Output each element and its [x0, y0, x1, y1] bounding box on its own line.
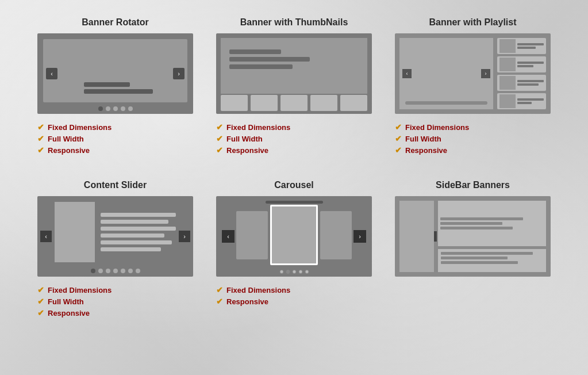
card-banner-playlist: Banner with Playlist ‹ › — [386, 12, 559, 163]
feature-item: ✔Full Width — [37, 134, 112, 143]
thumb-4[interactable] — [310, 95, 337, 111]
features-banner-rotator: ✔Fixed Dimensions ✔Full Width ✔Responsiv… — [37, 123, 112, 157]
pl-thumb — [499, 39, 516, 53]
features-banner-thumbs: ✔Fixed Dimensions ✔Full Width ✔Responsiv… — [216, 123, 290, 157]
pl-line-2 — [517, 47, 536, 49]
check-icon: ✔ — [395, 146, 402, 155]
playlist-item-2[interactable] — [497, 56, 546, 72]
text-line-2 — [84, 89, 153, 94]
playlist-item-1[interactable] — [497, 38, 546, 54]
dot-1[interactable] — [98, 106, 103, 111]
card-title-sidebar-banners: SideBar Banners — [395, 180, 551, 190]
playlist-panel — [497, 38, 546, 109]
dot-3[interactable] — [106, 269, 110, 273]
feature-item: ✔Responsive — [216, 146, 290, 155]
c-dot-5[interactable] — [305, 270, 309, 274]
c-dot-1[interactable] — [279, 270, 283, 274]
playlist-item-4[interactable] — [497, 93, 546, 109]
sb-line-1 — [440, 217, 523, 220]
feature-item: ✔Responsive — [37, 308, 112, 317]
sidebar-left-column — [399, 201, 434, 272]
text-lines — [229, 49, 310, 69]
mockup-content-slider: ‹ › — [37, 196, 193, 277]
sidebar-right-column — [438, 201, 546, 272]
mockup-carousel: ‹ › — [216, 196, 372, 277]
check-icon: ✔ — [37, 146, 44, 155]
dot-2[interactable] — [98, 269, 103, 273]
check-icon: ✔ — [37, 308, 44, 317]
dot-5[interactable] — [128, 106, 133, 111]
c-dot-2[interactable] — [286, 270, 290, 274]
dot-3[interactable] — [113, 106, 118, 111]
pl-lines — [517, 62, 544, 67]
content-area — [55, 202, 176, 262]
cs-line-1 — [101, 213, 176, 217]
dots-nav — [98, 106, 133, 111]
dot-4[interactable] — [113, 269, 118, 273]
carousel-progress — [266, 201, 323, 204]
cs-line-4 — [101, 234, 164, 238]
sb-line-2 — [441, 257, 508, 259]
cs-line-3 — [101, 227, 176, 231]
check-icon: ✔ — [395, 123, 402, 132]
playlist-item-3[interactable] — [497, 75, 546, 91]
pl-thumb — [499, 94, 516, 108]
sb-line-3 — [440, 227, 513, 229]
right-arrow-icon[interactable]: › — [179, 231, 190, 242]
dot-6[interactable] — [128, 269, 133, 273]
feature-item: ✔Full Width — [395, 134, 469, 143]
dot-7[interactable] — [136, 269, 140, 273]
dot-5[interactable] — [121, 269, 125, 273]
thumb-5[interactable] — [340, 95, 367, 111]
pl-thumb — [499, 58, 516, 71]
right-arrow-icon[interactable]: › — [481, 69, 490, 78]
right-arrow-icon[interactable]: › — [353, 230, 366, 243]
feature-item: ✔Full Width — [37, 297, 112, 306]
left-arrow-icon[interactable]: ‹ — [402, 69, 412, 78]
card-sidebar-banners: SideBar Banners ‹ › — [386, 174, 559, 326]
main-video-area: ‹ › — [399, 38, 493, 109]
right-arrow-icon[interactable]: › — [173, 68, 185, 79]
pl-line-2 — [517, 102, 532, 104]
sb-line-1 — [441, 252, 533, 255]
check-icon: ✔ — [395, 134, 402, 143]
check-icon: ✔ — [37, 123, 44, 132]
sb-line-3 — [441, 261, 518, 264]
features-banner-playlist: ✔Fixed Dimensions ✔Full Width ✔Responsiv… — [395, 123, 469, 157]
carousel-item-right — [320, 211, 352, 259]
pl-line-1 — [517, 98, 544, 101]
c-dot-4[interactable] — [298, 270, 302, 274]
dot-4[interactable] — [121, 106, 125, 111]
c-dot-3[interactable] — [292, 270, 296, 274]
left-arrow-icon[interactable]: ‹ — [40, 231, 52, 242]
thumb-3[interactable] — [280, 95, 308, 111]
left-arrow-icon[interactable]: ‹ — [222, 230, 235, 243]
main-area — [221, 38, 367, 94]
feature-item: ✔Fixed Dimensions — [395, 123, 469, 132]
dot-2[interactable] — [106, 106, 110, 111]
check-icon: ✔ — [216, 297, 223, 306]
thumbs-row — [221, 95, 367, 111]
card-banner-thumbs: Banner with ThumbNails ✔Fixed Dimensions… — [207, 12, 381, 163]
cs-line-2 — [101, 220, 168, 224]
left-arrow-icon[interactable]: ‹ — [46, 68, 57, 79]
feature-item: ✔Fixed Dimensions — [37, 123, 112, 132]
pl-line-1 — [517, 80, 544, 82]
card-title-banner-playlist: Banner with Playlist — [395, 17, 551, 28]
thumb-2[interactable] — [251, 95, 278, 111]
card-title-banner-thumbs: Banner with ThumbNails — [216, 17, 372, 28]
pl-line-1 — [517, 62, 544, 64]
feature-item: ✔Fixed Dimensions — [216, 123, 290, 132]
pl-lines — [517, 43, 544, 49]
sb-lines — [440, 203, 544, 244]
image-box — [55, 202, 95, 262]
sidebar-bottom-item — [438, 249, 546, 272]
check-icon: ✔ — [216, 123, 223, 132]
thumb-1[interactable] — [221, 95, 248, 111]
pl-thumb — [499, 76, 516, 90]
dots-nav — [91, 269, 140, 273]
pl-line-1 — [517, 43, 544, 45]
dot-1[interactable] — [91, 269, 95, 273]
dots-nav — [279, 270, 309, 274]
sb-line-2 — [440, 222, 502, 225]
